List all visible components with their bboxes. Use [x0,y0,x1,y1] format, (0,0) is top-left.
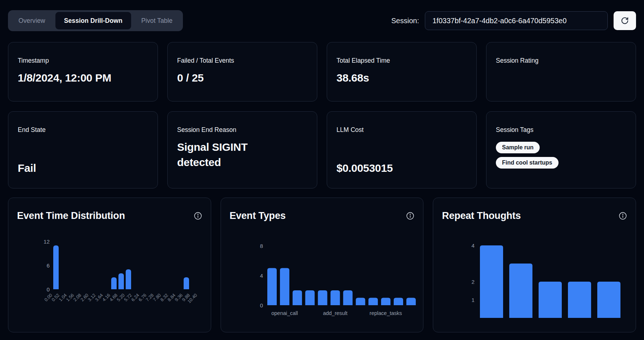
bar [330,290,340,305]
chart-card-event-types: Event Types 048openai_calladd_resultrepl… [221,198,424,332]
card-session-rating: Session Rating [486,42,636,101]
svg-text:4: 4 [260,273,263,279]
session-tags-list: Sample run Find cool startups [496,142,626,169]
bar [394,298,403,306]
rotate-cw-icon [621,17,629,25]
svg-text:1: 1 [472,297,474,303]
card-value: Signal SIGINT detected [177,140,282,170]
card-value: 0 / 25 [177,70,308,86]
card-label: Failed / Total Events [177,57,308,65]
info-icon[interactable] [194,212,202,220]
bar [318,290,327,305]
card-llm-cost: LLM Cost $0.0053015 [327,111,477,188]
tab-pivot-table[interactable]: Pivot Table [133,12,181,29]
tag-pill: Find cool startups [496,157,559,169]
card-label: Session End Reason [177,126,308,134]
card-value: 38.68s [336,70,467,86]
charts-row: Event Time Distribution 06120.000.521.04… [8,198,636,332]
bar [118,273,124,289]
svg-text:8: 8 [260,243,263,249]
chart-title: Repeat Thoughts [442,210,521,221]
bar [509,264,532,318]
card-timestamp: Timestamp 1/8/2024, 12:00 PM [8,42,158,101]
bar [305,290,314,305]
svg-text:0: 0 [260,302,263,308]
card-failed-total-events: Failed / Total Events 0 / 25 [167,42,317,101]
bar [280,268,289,306]
card-label: Session Rating [496,57,626,65]
svg-text:6: 6 [47,262,50,269]
svg-text:12: 12 [43,239,50,245]
stats-row-1: Timestamp 1/8/2024, 12:00 PM Failed / To… [8,42,636,101]
card-label: Session Tags [496,126,626,134]
info-icon[interactable] [406,212,414,220]
card-value: 1/8/2024, 12:00 PM [18,70,148,86]
card-label: End State [18,126,148,134]
event-types-chart: 048openai_calladd_resultreplace_tasks [230,235,416,324]
tab-session-drill-down[interactable]: Session Drill-Down [55,12,131,29]
card-value: Fail [18,161,148,176]
refresh-button[interactable] [614,11,636,30]
chart-title: Event Types [230,210,286,221]
bar [480,245,503,318]
bar [184,277,189,289]
tab-overview[interactable]: Overview [10,12,54,29]
bar [126,269,131,289]
header: Overview Session Drill-Down Pivot Table … [8,10,636,31]
event-time-distribution-chart: 06120.000.521.041.562.082.603.123.644.16… [17,229,203,316]
bar [267,268,277,306]
card-value: $0.0053015 [336,161,467,176]
repeat-thoughts-chart: 124 [442,222,628,320]
svg-text:add_result: add_result [323,310,347,316]
svg-text:openai_call: openai_call [271,310,298,316]
chart-card-event-time-distribution: Event Time Distribution 06120.000.521.04… [8,198,211,332]
bar [111,277,117,289]
tab-bar: Overview Session Drill-Down Pivot Table [8,10,183,31]
svg-text:2: 2 [472,279,474,285]
stats-row-2: End State Fail Session End Reason Signal… [8,111,636,188]
info-icon[interactable] [619,212,627,220]
bar [292,290,302,305]
svg-text:4: 4 [472,242,474,249]
tag-pill: Sample run [496,142,540,153]
svg-text:0: 0 [47,286,50,293]
bar [539,282,562,318]
bar [406,298,416,306]
card-label: Total Elapsed Time [336,57,467,65]
session-selector: Session: [391,11,636,30]
session-id-input[interactable] [425,11,608,30]
bar [381,298,390,306]
card-session-end-reason: Session End Reason Signal SIGINT detecte… [167,111,317,188]
card-end-state: End State Fail [8,111,158,188]
card-label: Timestamp [18,57,148,65]
svg-text:replace_tasks: replace_tasks [369,310,402,316]
chart-title: Event Time Distribution [17,210,125,221]
chart-card-repeat-thoughts: Repeat Thoughts 124 [433,198,636,332]
bar [53,245,59,289]
card-session-tags: Session Tags Sample run Find cool startu… [486,111,636,188]
bar [356,298,365,306]
bar [343,290,352,305]
card-total-elapsed-time: Total Elapsed Time 38.68s [327,42,477,101]
session-label: Session: [391,17,419,25]
bar [568,282,591,318]
bar [368,298,378,306]
card-label: LLM Cost [336,126,467,134]
bar [597,282,620,318]
